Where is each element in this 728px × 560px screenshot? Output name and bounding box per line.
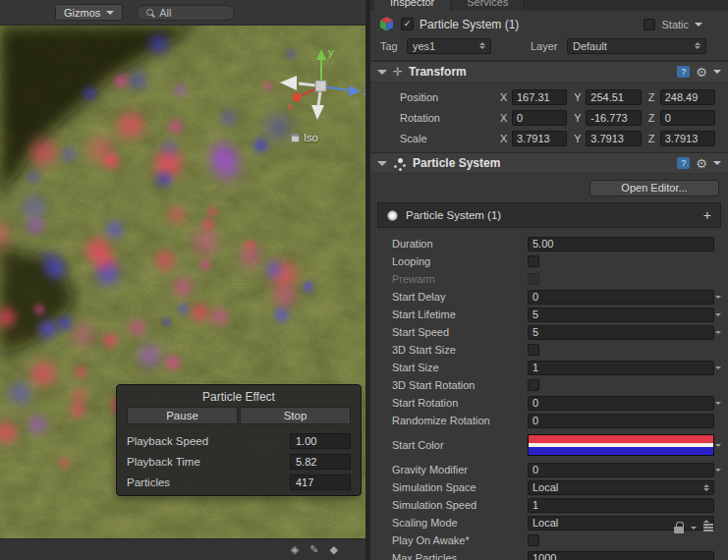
options-caret-icon[interactable] xyxy=(714,359,722,376)
menu-icon[interactable] xyxy=(703,524,713,526)
gizmo-projection-toggle[interactable]: Iso xyxy=(291,132,318,143)
component-menu-caret[interactable] xyxy=(713,161,721,169)
options-caret-icon[interactable] xyxy=(714,394,722,412)
options-caret-icon[interactable] xyxy=(714,429,722,461)
layer-dropdown[interactable]: Default xyxy=(567,38,706,54)
pause-button[interactable]: Pause xyxy=(127,407,238,424)
particle xyxy=(207,305,232,329)
particle-system-component-header[interactable]: Particle System ? ⚙ xyxy=(370,152,728,174)
options-caret-icon[interactable] xyxy=(714,306,722,323)
playback-speed-field[interactable]: 1.00 xyxy=(290,433,351,449)
start-rotation-field[interactable]: 0 xyxy=(528,396,714,411)
looping-checkbox[interactable] xyxy=(528,255,539,267)
lock-icon[interactable] xyxy=(674,527,684,533)
position-y-field[interactable]: 254.51 xyxy=(586,89,641,105)
particle xyxy=(235,241,266,272)
module-title: Particle System (1) xyxy=(406,209,501,221)
start-speed-field[interactable]: 5 xyxy=(528,325,714,340)
play-on-awake-checkbox[interactable] xyxy=(528,534,539,546)
particle xyxy=(24,411,51,438)
foldout-arrow-icon[interactable] xyxy=(377,161,387,171)
color-stripe xyxy=(529,447,713,455)
tab-inspector[interactable]: Inspector xyxy=(374,0,451,11)
add-module-icon[interactable]: + xyxy=(703,208,711,222)
axis-label-y: Y xyxy=(574,112,586,124)
position-x-field[interactable]: 167.31 xyxy=(512,89,567,105)
particle xyxy=(81,236,112,267)
transform-row-label: Rotation xyxy=(400,112,500,124)
tag-icon[interactable]: ◆ xyxy=(330,544,338,555)
gameobject-name[interactable]: Particle System (1) xyxy=(420,18,519,31)
gizmo-y-axis-label[interactable]: y xyxy=(328,46,334,58)
transform-row-label: Position xyxy=(400,91,500,103)
foldout-arrow-icon[interactable] xyxy=(377,70,387,80)
rotation-y-field[interactable]: -16.773 xyxy=(586,110,641,126)
simulation-space-dropdown[interactable]: Local xyxy=(528,480,714,495)
particle xyxy=(54,312,76,334)
property-label: Start Lifetime xyxy=(392,308,528,320)
gear-icon[interactable]: ⚙ xyxy=(696,66,707,79)
start-size-field[interactable]: 1 xyxy=(528,361,714,375)
playback-time-field[interactable]: 5.82 xyxy=(290,454,351,470)
max-particles-field[interactable]: 1000 xyxy=(528,551,714,560)
static-checkbox[interactable] xyxy=(644,19,655,30)
navigate-icon[interactable]: ◈ xyxy=(291,544,299,555)
start-color-swatch[interactable] xyxy=(528,434,714,456)
gear-icon[interactable]: ⚙ xyxy=(696,157,707,170)
options-caret-icon[interactable] xyxy=(714,288,722,306)
property-label: Randomize Rotation xyxy=(392,415,528,426)
rotation-z-field[interactable]: 0 xyxy=(660,110,715,126)
pen-icon[interactable]: ✎ xyxy=(309,544,318,555)
field-value: 0 xyxy=(532,291,709,304)
gizmo-x-axis-label[interactable]: x xyxy=(287,100,293,112)
particle-system-module-header[interactable]: Particle System (1) + xyxy=(377,202,721,228)
layer-value: Default xyxy=(573,40,607,52)
scene-orientation-gizmo[interactable]: y z x xyxy=(260,41,365,140)
tab-services[interactable]: Services xyxy=(451,0,525,11)
scene-bottom-bar: ◈ ✎ ◆ xyxy=(0,538,365,560)
rotation-x-field[interactable]: 0 xyxy=(512,110,567,126)
scene-viewport[interactable]: y z x Iso Particle Effect Pause Stop Pla… xyxy=(0,26,365,538)
gizmo-z-axis-label[interactable]: z xyxy=(364,85,365,97)
tag-dropdown[interactable]: yes1 xyxy=(407,38,491,54)
start-delay-field[interactable]: 0 xyxy=(528,290,714,305)
particle xyxy=(91,257,126,292)
particle-effect-panel: Particle Effect Pause Stop Playback Spee… xyxy=(116,384,362,496)
transform-row-scale: ScaleX3.7913Y3.7913Z3.7913 xyxy=(370,128,728,148)
3d-start-rotation-checkbox[interactable] xyxy=(528,379,539,391)
gizmos-dropdown-button[interactable]: Gizmos xyxy=(55,4,123,21)
open-editor-button[interactable]: Open Editor... xyxy=(589,180,719,196)
chevron-down-icon[interactable] xyxy=(691,527,697,532)
help-icon[interactable]: ? xyxy=(677,66,690,78)
particle xyxy=(111,71,132,91)
field-value: 0 xyxy=(532,415,709,427)
static-options-caret[interactable] xyxy=(695,23,702,30)
field-value: 1 xyxy=(532,362,709,374)
search-icon xyxy=(146,9,153,16)
randomize-rotation-field[interactable]: 0 xyxy=(528,414,714,428)
help-icon[interactable]: ? xyxy=(677,157,690,169)
scale-y-field[interactable]: 3.7913 xyxy=(586,131,641,146)
component-menu-caret[interactable] xyxy=(713,70,721,78)
options-caret-icon[interactable] xyxy=(714,461,722,478)
scale-z-field[interactable]: 3.7913 xyxy=(660,131,715,146)
gameobject-enabled-checkbox[interactable] xyxy=(401,18,414,30)
simulation-speed-field[interactable]: 1 xyxy=(528,498,714,513)
particle xyxy=(264,254,304,294)
stop-button[interactable]: Stop xyxy=(240,407,351,424)
position-z-field[interactable]: 248.49 xyxy=(660,89,715,105)
particle xyxy=(58,143,80,165)
3d-start-size-checkbox[interactable] xyxy=(528,344,539,356)
gravity-modifier-field[interactable]: 0 xyxy=(528,463,714,477)
scene-toolbar: Gizmos All xyxy=(0,0,365,26)
particle xyxy=(144,29,173,58)
scene-search-input[interactable]: All xyxy=(137,5,235,21)
start-lifetime-field[interactable]: 5 xyxy=(528,308,714,322)
chevron-down-icon xyxy=(106,11,114,19)
scale-x-field[interactable]: 3.7913 xyxy=(512,131,567,146)
particles-field[interactable]: 417 xyxy=(290,475,351,490)
options-caret-icon[interactable] xyxy=(714,323,722,341)
prewarm-checkbox[interactable] xyxy=(528,273,539,285)
duration-field[interactable]: 5.00 xyxy=(528,237,714,252)
transform-component-header[interactable]: ✛ Transform ? ⚙ xyxy=(370,61,728,83)
